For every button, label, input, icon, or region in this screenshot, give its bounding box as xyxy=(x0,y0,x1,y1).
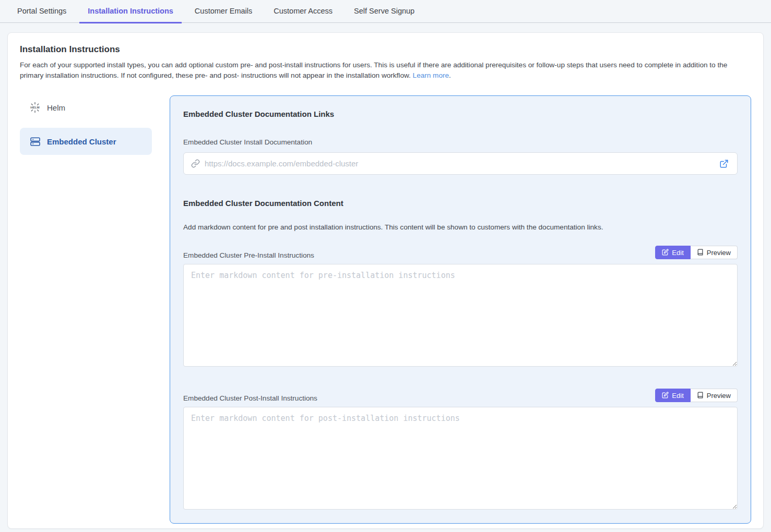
pre-install-header: Embedded Cluster Pre-Install Instruction… xyxy=(183,246,738,259)
sidebar-item-embedded-cluster[interactable]: Embedded Cluster xyxy=(20,128,152,155)
post-install-preview-button[interactable]: Preview xyxy=(691,389,738,402)
page-title: Installation Instructions xyxy=(20,44,751,55)
tab-customer-emails[interactable]: Customer Emails xyxy=(186,0,260,23)
post-install-textarea[interactable] xyxy=(183,407,738,510)
learn-more-link[interactable]: Learn more xyxy=(413,71,449,79)
svg-text:HELM: HELM xyxy=(30,105,40,109)
preview-button-label: Preview xyxy=(707,392,731,399)
learn-more-period: . xyxy=(449,71,451,79)
helm-icon: HELM xyxy=(29,102,41,113)
doc-content-description: Add markdown content for pre and post in… xyxy=(183,223,738,231)
pre-install-edit-button[interactable]: Edit xyxy=(655,246,690,259)
page-description-text: For each of your supported install types… xyxy=(20,61,727,79)
main-card: Installation Instructions For each of yo… xyxy=(7,32,764,529)
external-link-icon[interactable] xyxy=(718,158,730,170)
preview-button-label: Preview xyxy=(707,249,731,256)
embedded-cluster-panel: Embedded Cluster Documentation Links Emb… xyxy=(170,95,751,524)
book-icon xyxy=(697,249,704,257)
content-row: HELM Helm Embedded Cluster xyxy=(20,95,751,524)
pre-install-mode-toggle: Edit Preview xyxy=(655,246,738,259)
install-doc-url-field xyxy=(183,152,738,175)
edit-button-label: Edit xyxy=(672,249,683,256)
sidebar-item-label: Helm xyxy=(47,103,65,112)
page-description: For each of your supported install types… xyxy=(20,60,751,81)
post-install-label: Embedded Cluster Post-Install Instructio… xyxy=(183,394,317,402)
server-icon xyxy=(29,136,41,147)
install-doc-label: Embedded Cluster Install Documentation xyxy=(183,138,738,146)
post-install-edit-button[interactable]: Edit xyxy=(655,389,690,402)
install-type-sidebar: HELM Helm Embedded Cluster xyxy=(20,95,152,163)
tab-portal-settings[interactable]: Portal Settings xyxy=(9,0,75,23)
pre-install-preview-button[interactable]: Preview xyxy=(691,246,738,259)
edit-icon xyxy=(662,392,669,400)
top-tab-bar: Portal Settings Installation Instruction… xyxy=(0,0,771,23)
sidebar-item-helm[interactable]: HELM Helm xyxy=(20,95,152,119)
tab-installation-instructions[interactable]: Installation Instructions xyxy=(79,0,182,23)
sidebar-item-label: Embedded Cluster xyxy=(47,137,116,146)
doc-links-heading: Embedded Cluster Documentation Links xyxy=(183,110,738,118)
book-icon xyxy=(697,392,704,400)
pre-install-textarea[interactable] xyxy=(183,264,738,367)
pre-install-label: Embedded Cluster Pre-Install Instruction… xyxy=(183,251,314,259)
tab-customer-access[interactable]: Customer Access xyxy=(265,0,341,23)
tab-self-serve-signup[interactable]: Self Serve Signup xyxy=(346,0,423,23)
edit-button-label: Edit xyxy=(672,392,683,399)
edit-icon xyxy=(662,249,669,257)
post-install-mode-toggle: Edit Preview xyxy=(655,389,738,402)
link-icon xyxy=(191,159,200,168)
install-doc-url-input[interactable] xyxy=(205,159,718,168)
doc-content-heading: Embedded Cluster Documentation Content xyxy=(183,199,738,208)
post-install-header: Embedded Cluster Post-Install Instructio… xyxy=(183,389,738,402)
